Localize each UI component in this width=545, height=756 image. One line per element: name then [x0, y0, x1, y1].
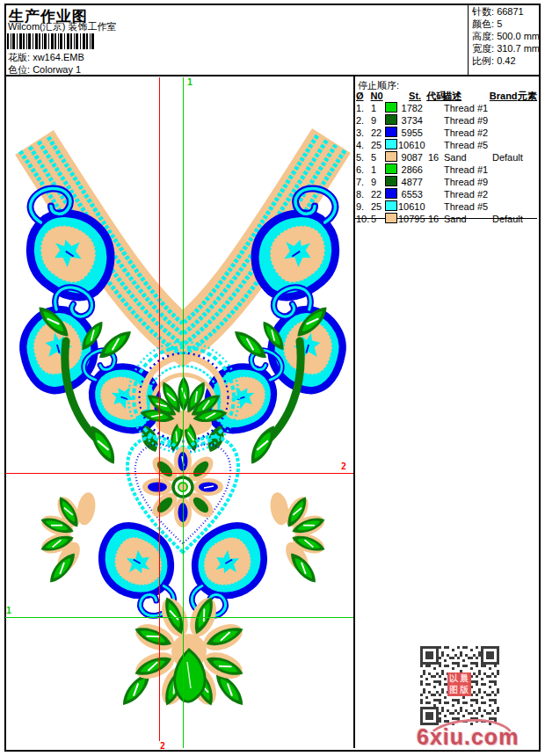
marker-bottom: 2: [160, 742, 165, 751]
thread-desc: Thread #2: [444, 127, 492, 138]
stitch-count: 5955: [398, 127, 423, 138]
company-name: Wilcom(汇京) 装饰工作室: [8, 20, 116, 33]
table-row: 8. 22 6553 Thread #2: [356, 188, 537, 200]
thread-desc: Thread #9: [444, 115, 492, 126]
color-count-value: 5: [497, 18, 502, 29]
color-count-row: 颜色: 5: [472, 18, 540, 30]
thread-code: 16: [428, 152, 444, 163]
stop-index: 6.: [356, 164, 371, 175]
design-file-row: 花版: xw164.EMB: [8, 51, 84, 63]
color-swatch: [385, 164, 397, 174]
design-file-value: xw164.EMB: [33, 52, 84, 62]
table-row: 9. 25 10610 Thread #5: [356, 200, 537, 213]
table-row: 1. 1 1782 Thread #1: [356, 102, 537, 114]
colorway-value: Colorway 1: [33, 64, 81, 75]
color-swatch: [385, 176, 397, 186]
color-swatch: [385, 139, 397, 149]
needle-number: 1: [371, 164, 385, 175]
stop-sequence-table: Ø N0 St. 代码 描述 Brand 元素 1. 1 1782 Thread…: [356, 90, 537, 225]
color-swatch: [385, 127, 397, 137]
origin-line-horizontal-green: [5, 617, 353, 618]
thread-code: 16: [428, 214, 444, 224]
needle-number: 22: [371, 189, 385, 200]
stitch-count: 10610: [398, 140, 423, 150]
thread-desc: Thread #5: [444, 201, 492, 212]
thread-desc: Sand: [444, 214, 492, 224]
thread-brand: Default: [492, 152, 521, 163]
barcode: [7, 33, 95, 49]
stitch-count: 10795: [398, 214, 423, 224]
thread-desc: Thread #9: [444, 177, 492, 187]
table-row: 2. 9 3734 Thread #9: [356, 114, 537, 127]
thread-desc: Thread #2: [444, 189, 492, 200]
stop-index: 1.: [356, 103, 371, 113]
stop-index: 9.: [356, 201, 371, 212]
colorway-label: 色位:: [8, 64, 30, 75]
stitch-count: 10610: [398, 201, 423, 212]
marker-left: 1: [6, 607, 11, 615]
thread-desc: Thread #1: [444, 103, 492, 113]
width-value: 310.7 mm: [497, 43, 540, 54]
qr-finder-top-left: [420, 646, 439, 665]
stop-index: 10.: [356, 214, 371, 224]
design-file-label: 花版:: [8, 52, 30, 62]
col-desc: 描述: [442, 90, 490, 103]
col-brand: Brand: [490, 91, 518, 101]
color-swatch: [385, 188, 397, 199]
height-label: 高度:: [472, 31, 494, 41]
stitch-count: 6553: [398, 189, 423, 200]
width-label: 宽度:: [472, 43, 494, 54]
table-row: 7. 9 4877 Thread #9: [356, 176, 537, 188]
col-seq: Ø: [356, 91, 371, 101]
red-seal: 以 晨 图 版: [447, 672, 471, 696]
table-row: 3. 22 5955 Thread #2: [356, 127, 537, 139]
stitch-count: 2866: [398, 164, 423, 175]
thread-desc: Thread #5: [444, 140, 492, 150]
stop-index: 5.: [356, 152, 371, 163]
marker-top: 1: [187, 78, 193, 87]
needle-number: 22: [371, 127, 385, 138]
header-vertical-divider: [468, 4, 469, 76]
needle-number: 9: [371, 177, 385, 187]
ratio-value: 0.42: [497, 55, 515, 66]
height-row: 高度: 500.0 mm: [472, 30, 540, 42]
embroidery-design: [4, 76, 354, 748]
col-stitches: St.: [397, 91, 421, 101]
color-swatch: [385, 102, 397, 113]
color-count-label: 颜色:: [472, 18, 494, 29]
stitch-count-value: 66871: [497, 6, 524, 17]
col-element: 元素: [518, 90, 537, 103]
qr-code: 以 晨 图 版: [420, 646, 499, 725]
stitch-count: 9087: [398, 152, 423, 163]
needle-number: 9: [371, 115, 385, 126]
stop-index: 3.: [356, 127, 371, 138]
thread-desc: Sand: [444, 152, 492, 163]
stitch-count-label: 针数:: [472, 6, 494, 17]
stop-index: 8.: [356, 189, 371, 200]
stitch-count: 4877: [398, 177, 423, 187]
stitch-count-row: 针数: 66871: [472, 5, 540, 18]
table-row: 5. 5 9087 16 Sand Default: [356, 151, 537, 164]
color-swatch: [385, 213, 397, 223]
table-row: 10. 5 10795 16 Sand Default: [356, 213, 537, 225]
marker-right: 2: [341, 462, 346, 471]
height-value: 500.0 mm: [497, 31, 540, 41]
needle-number: 1: [371, 103, 385, 113]
origin-line-vertical-red: [159, 77, 160, 741]
thread-brand: Default: [492, 214, 521, 224]
colorway-row: 色位: Colorway 1: [8, 63, 81, 76]
origin-line-horizontal-red: [5, 473, 353, 474]
color-swatch: [385, 200, 397, 211]
stitch-count: 1782: [398, 103, 423, 113]
color-swatch: [385, 114, 397, 125]
seal-char: 晨: [459, 673, 469, 685]
origin-line-vertical-green: [183, 77, 184, 748]
table-header: Ø N0 St. 代码 描述 Brand 元素: [356, 90, 537, 102]
needle-number: 5: [371, 152, 385, 163]
color-swatch: [385, 151, 397, 162]
stitch-count: 3734: [398, 115, 423, 126]
ratio-row: 比例: 0.42: [472, 55, 540, 67]
seal-char: 版: [459, 685, 469, 696]
needle-number: 25: [371, 140, 385, 150]
stop-index: 4.: [356, 140, 371, 150]
